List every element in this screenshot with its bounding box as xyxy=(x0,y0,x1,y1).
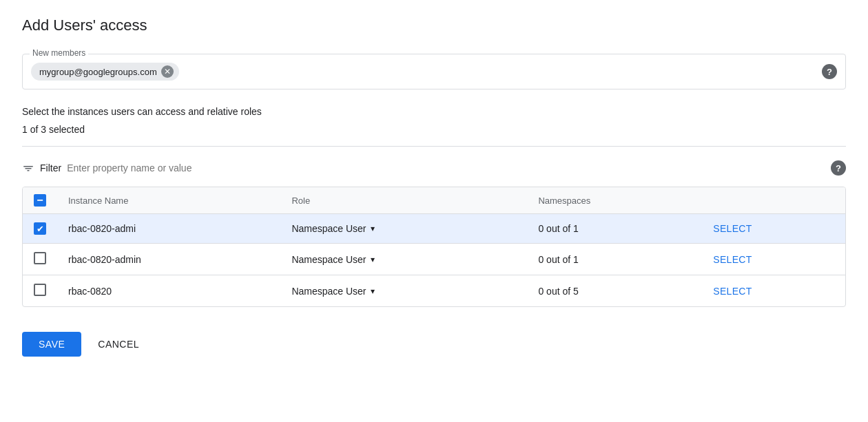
row-namespaces: 0 out of 1 xyxy=(527,244,702,275)
row-role-cell: Namespace User▾ xyxy=(280,275,527,307)
row-namespaces: 0 out of 5 xyxy=(527,275,702,307)
row-select-button[interactable]: SELECT xyxy=(713,254,752,265)
filter-left: Filter xyxy=(22,162,205,174)
filter-row: Filter ? xyxy=(22,155,846,181)
table-header-row: − Instance Name Role Namespaces xyxy=(23,187,845,214)
row-role-cell: Namespace User▾ xyxy=(280,214,527,244)
save-button[interactable]: SAVE xyxy=(22,332,81,357)
instances-table-container: − Instance Name Role Namespaces ✔rbac-08… xyxy=(22,187,846,307)
header-checkbox-cell: − xyxy=(23,187,57,214)
table-row: ✔rbac-0820-admiNamespace User▾0 out of 1… xyxy=(23,214,845,244)
table-row: rbac-0820-adminNamespace User▾0 out of 1… xyxy=(23,244,845,275)
row-role-cell: Namespace User▾ xyxy=(280,244,527,275)
role-dropdown[interactable]: Namespace User▾ xyxy=(291,254,374,265)
row-select-cell: SELECT xyxy=(702,275,845,307)
row-instance-name: rbac-0820-admin xyxy=(57,244,280,275)
table-body: ✔rbac-0820-admiNamespace User▾0 out of 1… xyxy=(23,214,845,307)
col-role: Role xyxy=(280,187,527,214)
tag-email: mygroup@googlegroups.com xyxy=(39,67,157,77)
instances-table: − Instance Name Role Namespaces ✔rbac-08… xyxy=(23,187,845,306)
selected-count: 1 of 3 selected xyxy=(22,124,846,135)
row-select-button[interactable]: SELECT xyxy=(713,286,752,297)
role-value: Namespace User xyxy=(291,286,366,297)
role-value: Namespace User xyxy=(291,254,366,265)
new-members-help-icon[interactable]: ? xyxy=(822,64,837,79)
row-instance-name: rbac-0820-admi xyxy=(57,214,280,244)
role-dropdown[interactable]: Namespace User▾ xyxy=(291,223,374,234)
row-checkbox-cell xyxy=(23,275,57,307)
table-row: rbac-0820Namespace User▾0 out of 5SELECT xyxy=(23,275,845,307)
minus-icon: − xyxy=(37,195,43,206)
members-tags-area: mygroup@googlegroups.com ✕ xyxy=(31,63,179,81)
tag-close-button[interactable]: ✕ xyxy=(161,65,174,78)
col-namespaces: Namespaces xyxy=(527,187,702,214)
row-instance-name: rbac-0820 xyxy=(57,275,280,307)
header-checkbox[interactable]: − xyxy=(34,194,46,207)
dropdown-arrow-icon: ▾ xyxy=(371,224,375,233)
row-checkbox-cell xyxy=(23,244,57,275)
row-namespaces: 0 out of 1 xyxy=(527,214,702,244)
row-select-button[interactable]: SELECT xyxy=(713,223,752,234)
role-value: Namespace User xyxy=(291,223,366,234)
row-select-cell: SELECT xyxy=(702,214,845,244)
col-instance-name: Instance Name xyxy=(57,187,280,214)
row-checkbox[interactable] xyxy=(34,252,46,264)
filter-input[interactable] xyxy=(67,162,205,173)
actions-row: SAVE CANCEL xyxy=(22,329,846,357)
dropdown-arrow-icon: ▾ xyxy=(371,286,375,296)
instruction-text: Select the instances users can access an… xyxy=(22,106,846,117)
row-checkbox-cell: ✔ xyxy=(23,214,57,244)
role-dropdown[interactable]: Namespace User▾ xyxy=(291,286,374,297)
section-divider xyxy=(22,146,846,147)
row-checkbox[interactable] xyxy=(34,284,46,296)
member-tag: mygroup@googlegroups.com ✕ xyxy=(31,63,179,81)
members-input-row: mygroup@googlegroups.com ✕ ? xyxy=(31,63,837,81)
filter-label: Filter xyxy=(40,162,61,173)
page-title: Add Users' access xyxy=(22,17,846,34)
dropdown-arrow-icon: ▾ xyxy=(371,255,375,264)
new-members-section: New members mygroup@googlegroups.com ✕ ? xyxy=(22,54,846,89)
filter-icon xyxy=(22,162,34,174)
filter-help-icon[interactable]: ? xyxy=(831,160,846,176)
cancel-button[interactable]: CANCEL xyxy=(98,332,139,357)
new-members-label: New members xyxy=(30,48,88,58)
row-checkbox[interactable]: ✔ xyxy=(34,222,46,235)
row-select-cell: SELECT xyxy=(702,244,845,275)
check-mark-icon: ✔ xyxy=(37,224,44,233)
col-actions xyxy=(702,187,845,214)
